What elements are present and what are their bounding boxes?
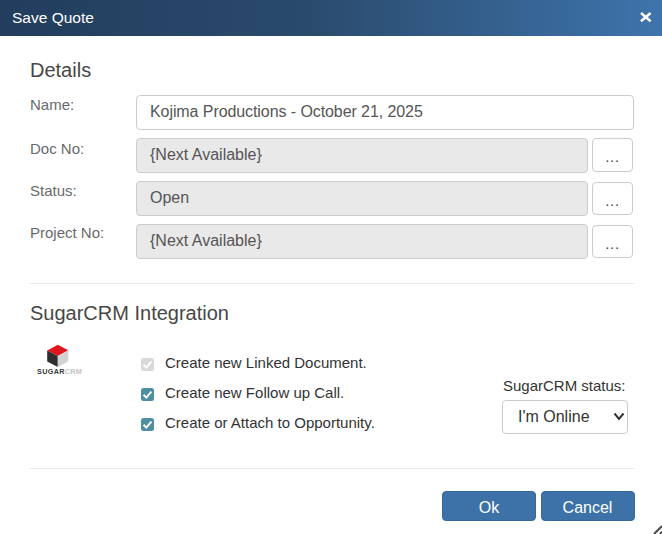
svg-text:SUGARCRM: SUGARCRM <box>37 367 82 376</box>
